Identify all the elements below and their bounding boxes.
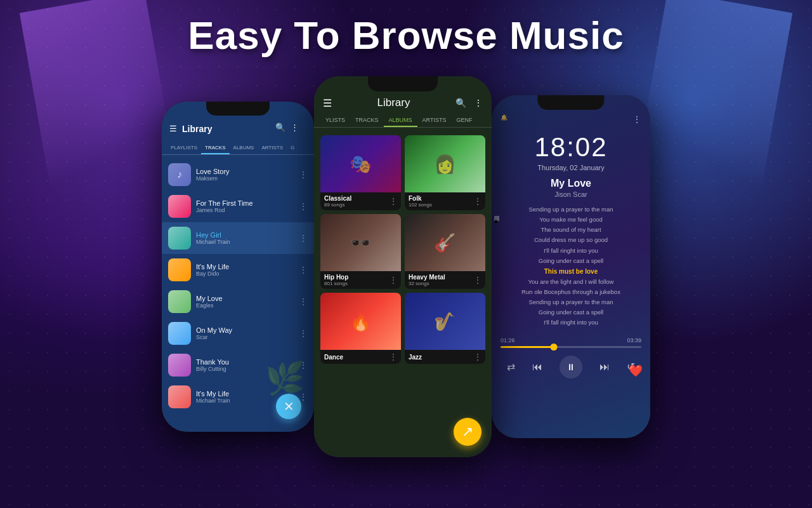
album-footer-folk: Folk 102 songs ⋮ <box>405 192 485 210</box>
album-more-heavymetal[interactable]: ⋮ <box>474 276 481 284</box>
track-more-5[interactable]: ⋮ <box>299 297 308 307</box>
phones-container: ☰ Library 🔍 ⋮ PLAYLISTS TRACKS ALBUMS AR… <box>0 76 812 457</box>
progress-dot <box>551 344 558 351</box>
album-classical[interactable]: 🎭 Classical 89 songs ⋮ <box>320 135 401 210</box>
fab-button-left[interactable]: ✕ <box>276 394 301 419</box>
lyric-1: Sending up a prayer to the man <box>499 204 643 215</box>
right-more-icon[interactable]: ⋮ <box>632 114 641 124</box>
album-more-classical[interactable]: ⋮ <box>390 197 397 206</box>
mid-header-icons: 🔍 ⋮ <box>455 98 483 108</box>
left-more-icon[interactable]: ⋮ <box>291 123 299 132</box>
track-more-6[interactable]: ⋮ <box>299 328 308 338</box>
mid-more-icon[interactable]: ⋮ <box>474 98 483 108</box>
track-more-1[interactable]: ⋮ <box>299 170 308 180</box>
left-notch <box>206 102 270 116</box>
track-info-1: Love Story Maksem <box>196 168 294 182</box>
album-img-folk: 👩 <box>405 135 485 192</box>
mid-tab-albums[interactable]: ALBUMS <box>384 114 417 127</box>
album-name-folk: Folk <box>409 195 432 202</box>
album-hiphop[interactable]: 🕶️ Hip Hop 801 songs ⋮ <box>320 214 401 289</box>
track-item-4[interactable]: It's My Life Bay Dido ⋮ <box>162 254 314 286</box>
progress-section: 01:26 03:39 <box>492 335 650 351</box>
lyric-11: I'll fall ringht into you <box>499 318 643 328</box>
left-menu-icon[interactable]: ☰ <box>169 124 177 133</box>
album-more-hiphop[interactable]: ⋮ <box>390 276 397 284</box>
tab-artists[interactable]: ARTISTS <box>258 142 287 154</box>
album-heavymetal[interactable]: 🎸 Heavy Metal 32 songs ⋮ <box>405 214 485 289</box>
tab-genres[interactable]: G <box>287 142 298 154</box>
lyric-9: Sending up a prayer to the man <box>499 297 643 307</box>
eq-dot: • <box>494 216 499 221</box>
tab-tracks[interactable]: TRACKS <box>201 142 229 154</box>
track-item-5[interactable]: My Love Eagles ⋮ <box>162 286 314 318</box>
track-artist-1: Maksem <box>196 175 294 182</box>
mid-tab-playlists[interactable]: YLISTS <box>320 114 350 127</box>
tab-albums[interactable]: ALBUMS <box>230 142 258 154</box>
play-pause-button[interactable]: ⏸ <box>560 356 582 378</box>
album-img-jazz: 🎷 <box>405 293 485 350</box>
lyric-2: You make me feel good <box>499 215 643 225</box>
album-jazz[interactable]: 🎷 Jazz ⋮ <box>405 293 485 364</box>
mid-tab-tracks[interactable]: TRACKS <box>350 114 384 127</box>
progress-fill <box>501 346 554 348</box>
track-thumb-8 <box>168 385 191 408</box>
track-more-3[interactable]: ⋮ <box>299 233 308 243</box>
track-item-3[interactable]: Hey Girl Michael Train ⋮ <box>162 222 314 254</box>
album-img-classical: 🎭 <box>320 135 401 192</box>
album-name-dance: Dance <box>324 354 343 361</box>
mid-library-title: Library <box>377 97 410 109</box>
heart-icon[interactable]: ❤️ <box>629 364 643 378</box>
left-search-icon[interactable]: 🔍 <box>275 123 285 132</box>
albums-grid: 🎭 Classical 89 songs ⋮ 👩 <box>314 133 492 366</box>
track-name-5: My Love <box>196 295 294 302</box>
track-thumb-6 <box>168 322 191 345</box>
track-artist-2: James Rod <box>196 207 294 213</box>
album-dance[interactable]: 🔥 Dance ⋮ <box>320 293 401 364</box>
progress-bar[interactable] <box>501 346 641 348</box>
left-library-title: Library <box>182 124 212 134</box>
track-more-4[interactable]: ⋮ <box>299 265 308 275</box>
folk-icon: 👩 <box>434 154 456 175</box>
track-info-3: Hey Girl Michael Train <box>196 231 294 245</box>
right-time-display: 18:02 <box>492 127 650 164</box>
track-thumb-4 <box>168 258 191 281</box>
track-item-1[interactable]: ♪ Love Story Maksem ⋮ <box>162 159 314 190</box>
phone-right: 🔔 ⋮ 18:02 Thursday, 02 January My Love J… <box>492 95 650 438</box>
album-more-jazz[interactable]: ⋮ <box>474 352 481 361</box>
mid-notch <box>368 76 438 91</box>
plant-decoration: 🌿 <box>265 360 304 397</box>
fab-button-mid[interactable]: ↗ <box>454 418 481 446</box>
album-more-dance[interactable]: ⋮ <box>390 352 397 361</box>
tab-playlists[interactable]: PLAYLISTS <box>167 142 201 154</box>
right-topbar: 🔔 ⋮ <box>492 112 650 127</box>
album-footer-jazz: Jazz ⋮ <box>405 350 485 364</box>
next-button[interactable]: ⏭ <box>599 361 610 373</box>
track-item-6[interactable]: On My Way Scar ⋮ <box>162 318 314 349</box>
track-name-6: On My Way <box>196 326 294 334</box>
album-footer-classical: Classical 89 songs ⋮ <box>320 192 401 210</box>
album-img-dance: 🔥 <box>320 293 401 350</box>
mid-search-icon[interactable]: 🔍 <box>455 98 466 108</box>
album-folk[interactable]: 👩 Folk 102 songs ⋮ <box>405 135 485 210</box>
track-info-4: It's My Life Bay Dido <box>196 263 294 277</box>
prev-button[interactable]: ⏮ <box>532 361 542 373</box>
shuffle-button[interactable]: ⇄ <box>507 361 515 373</box>
mid-tab-genres[interactable]: GENF <box>451 114 477 127</box>
page-title: Easy To Browse Music <box>0 13 812 58</box>
hiphop-icon: 🕶️ <box>350 232 372 253</box>
mid-menu-icon[interactable]: ☰ <box>323 97 332 109</box>
album-more-folk[interactable]: ⋮ <box>474 197 481 206</box>
phone-left: ☰ Library 🔍 ⋮ PLAYLISTS TRACKS ALBUMS AR… <box>162 102 314 432</box>
right-song-artist: Jison Scar <box>492 190 650 198</box>
lyric-row-2: • You make me feel good <box>499 215 643 225</box>
track-thumb-3 <box>168 227 191 250</box>
track-artist-3: Michael Train <box>196 239 294 245</box>
album-img-hiphop: 🕶️ <box>320 214 401 271</box>
track-item-2[interactable]: For The First Time James Rod ⋮ <box>162 190 314 222</box>
lyric-5: I'll fall ringht into you <box>499 246 643 256</box>
mid-tab-artists[interactable]: ARTISTS <box>417 114 452 127</box>
track-more-2[interactable]: ⋮ <box>299 201 308 211</box>
track-artist-4: Bay Dido <box>196 271 294 277</box>
player-controls: ⇄ ⏮ ⏸ ⏭ ↺ <box>492 351 650 384</box>
track-thumb-5 <box>168 290 191 313</box>
